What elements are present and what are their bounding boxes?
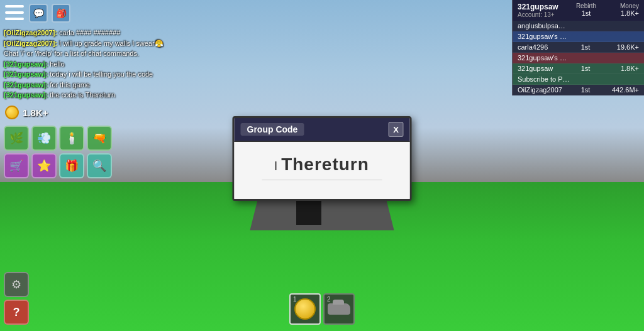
leaf-button[interactable]: 🌿 <box>4 126 29 151</box>
chat-name-4: [321gupsaw]: <box>4 60 48 68</box>
chat-message-6: [321gupsaw]: for this game <box>4 80 172 90</box>
lb-name-6: Subscribe to Pages <box>518 75 570 83</box>
hotbar-slot-1[interactable]: 1 <box>289 293 321 325</box>
fan-button[interactable]: 💨 <box>31 126 57 151</box>
lb-name-4: 321gupsaw's Company <box>518 54 570 62</box>
chat-name-5: [321gupsaw]: <box>4 70 48 78</box>
lb-row-1: anglusbulpsaw's Company <box>513 21 644 31</box>
help-icon: ? <box>13 306 20 319</box>
lb-row-3: carla4296 1st 19.6K+ <box>513 42 644 53</box>
modal-body: Thereturn <box>235 142 410 199</box>
money-display: 1.8K+ <box>5 106 48 119</box>
candle-button[interactable]: 🕯️ <box>59 126 84 151</box>
hamburger-line-2 <box>5 11 24 14</box>
lb-row-6: Subscribe to Pages <box>513 74 644 85</box>
lb-money-5: 1.8K+ <box>601 65 639 72</box>
lb-money-3: 19.6K+ <box>601 43 639 51</box>
modal-title: Group Code <box>241 123 304 136</box>
settings-icon: ⚙ <box>11 278 21 291</box>
chat-message-7: [321gupsaw]: the code is Thereturn <box>4 90 172 100</box>
chat-text-2: I will up grade my walls I swear😤 <box>59 40 164 47</box>
hotbar-slot-2[interactable]: 2 <box>323 293 355 325</box>
lb-name-1: anglusbulpsaw's Company <box>518 22 570 30</box>
chat-name-6: [321gupsaw]: <box>4 81 48 89</box>
bag-icon-button[interactable]: 🎒 <box>52 4 70 23</box>
hotbar-item-plane <box>328 303 350 315</box>
coin-icon <box>5 106 19 119</box>
chat-message-5: [321gupsaw]: today i will be telling you… <box>4 69 172 80</box>
lb-name-3: carla4296 <box>518 43 570 51</box>
lb-name-2: 321gupsaw's Company <box>518 33 570 40</box>
lb-rank-3: 1st <box>570 43 601 51</box>
lb-name-5: 321gupsaw <box>518 65 570 72</box>
hotbar: 1 2 <box>289 293 355 325</box>
gun-button[interactable]: 🔫 <box>87 126 112 151</box>
modal-underline <box>262 180 382 180</box>
settings-button[interactable]: ⚙ <box>4 272 29 297</box>
cursor-indicator <box>275 161 280 170</box>
lb-name-7: OilZigzag2007 <box>518 86 570 94</box>
lb-rank-7: 1st <box>570 86 601 94</box>
money-col-header: Money <box>604 3 639 9</box>
chat-name-2: [OilZigzag2007]: <box>4 40 57 47</box>
player-name: 321gupsaw <box>518 3 570 11</box>
money-amount: 1.8K+ <box>23 107 48 118</box>
chat-message-2: [OilZigzag2007]: I will up grade my wall… <box>4 38 172 49</box>
leaderboard: 321gupsaw Account: 13+ Rebirth Money 1st… <box>512 0 644 95</box>
help-button[interactable]: ? <box>4 300 29 325</box>
hamburger-menu[interactable] <box>5 5 24 20</box>
lb-row-4: 321gupsaw's Company <box>513 53 644 63</box>
group-code-display: Thereturn <box>275 155 369 175</box>
group-code-value: Thereturn <box>281 155 369 174</box>
group-code-modal: Group Code X Thereturn <box>233 116 412 201</box>
chat-text-1: carla #### ####### <box>59 29 120 36</box>
leaderboard-header: 321gupsaw Account: 13+ Rebirth Money 1st… <box>513 0 644 21</box>
chat-text-3: Chat '/' or '/help' for a list of chat c… <box>4 50 139 57</box>
bottom-left-buttons: ⚙ ? <box>4 272 29 325</box>
lb-money-7: 442.6M+ <box>601 86 639 94</box>
rebirth-col-header: Rebirth <box>570 3 602 9</box>
search-button[interactable]: 🔍 <box>87 153 112 178</box>
chat-message-1: [OilZigzag2007]: carla #### ####### <box>4 28 172 38</box>
chat-text-6: for this game <box>50 81 90 89</box>
modal-titlebar: Group Code X <box>235 118 410 142</box>
gift-button[interactable]: 🎁 <box>59 153 84 178</box>
cart-button[interactable]: 🛒 <box>4 153 29 178</box>
chat-text-4: hello <box>50 60 64 68</box>
lb-row-2: 321gupsaw's Company <box>513 31 644 42</box>
player-rebirth-val: 1st <box>570 9 602 17</box>
modal-close-button[interactable]: X <box>389 122 404 137</box>
player-account-age: Account: 13+ <box>518 11 570 18</box>
toolbar-buttons: 🌿 💨 🕯️ 🔫 🛒 ⭐ 🎁 🔍 <box>4 126 112 178</box>
chat-text-5: today i will be telling you the code <box>50 70 153 78</box>
top-icon-bar: 💬 🎒 <box>29 4 70 23</box>
chat-name-7: [321gupsaw]: <box>4 91 48 99</box>
chat-text-7: the code is Thereturn <box>50 91 115 99</box>
chat-message-3: Chat '/' or '/help' for a list of chat c… <box>4 48 172 59</box>
hotbar-slot-num-2: 2 <box>327 296 331 303</box>
lb-rank-5: 1st <box>570 65 601 72</box>
star-button[interactable]: ⭐ <box>31 153 57 178</box>
hotbar-item-circle <box>294 298 316 320</box>
hotbar-slot-num-1: 1 <box>293 296 297 303</box>
hamburger-line-1 <box>5 5 24 8</box>
chat-message-4: [321gupsaw]: hello <box>4 59 172 70</box>
player-money-val: 1.8K+ <box>604 9 639 17</box>
lb-row-7: OilZigzag2007 1st 442.6M+ <box>513 85 644 95</box>
chat-panel: [OilZigzag2007]: carla #### ####### [Oil… <box>0 25 176 103</box>
chat-name-1: [OilZigzag2007]: <box>4 29 57 36</box>
player-info: 321gupsaw Account: 13+ <box>518 3 570 18</box>
lb-row-5: 321gupsaw 1st 1.8K+ <box>513 63 644 74</box>
hamburger-line-3 <box>5 18 24 20</box>
chat-icon-button[interactable]: 💬 <box>29 4 48 23</box>
